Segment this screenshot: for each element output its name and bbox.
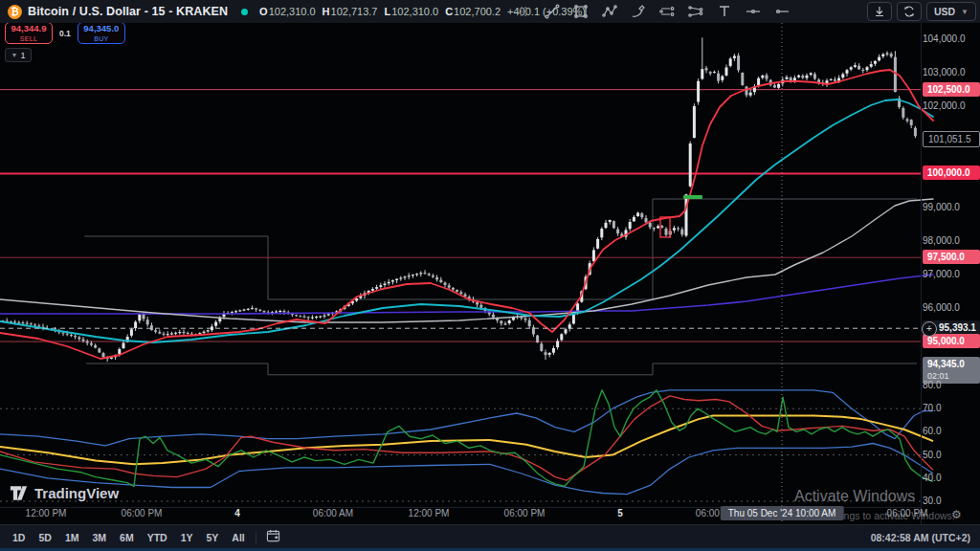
toolbar-divider <box>256 531 256 544</box>
price-axis-separator <box>921 23 922 524</box>
range-button-1m[interactable]: 1M <box>58 532 86 543</box>
close-label: C <box>445 6 453 17</box>
ma-teal <box>0 99 933 342</box>
price-axis-label: 101,051.5 <box>923 131 980 147</box>
range-button-5y[interactable]: 5Y <box>200 532 226 543</box>
forecast-icon[interactable] <box>657 2 678 21</box>
sell-price: 94,344.9 <box>11 24 47 33</box>
range-button-1y[interactable]: 1Y <box>174 532 200 543</box>
open-label: O <box>259 6 268 17</box>
reset-view-button[interactable] <box>897 2 922 21</box>
quantity-value: 1 <box>20 51 25 60</box>
currency-dropdown[interactable]: USD ▼ <box>926 2 976 21</box>
time-axis-label: 06:00 PM <box>504 508 546 518</box>
clock-readout[interactable]: 08:42:58 AM (UTC+2) <box>871 532 970 543</box>
price-axis-label: 102,500.0 <box>923 82 980 97</box>
price-axis-label: 98,000.0 <box>923 233 978 248</box>
range-button-5d[interactable]: 5D <box>32 532 57 543</box>
topbar-right-controls: USD ▼ <box>867 2 976 21</box>
high-value: 102,713.7 <box>331 6 378 17</box>
top-toolbar: ₿ Bitcoin / U.S. Dollar - 15 - KRAKEN O1… <box>0 0 980 23</box>
range-button-ytd[interactable]: YTD <box>141 532 174 543</box>
symbol-title[interactable]: Bitcoin / U.S. Dollar - 15 - KRAKEN <box>28 5 228 18</box>
position-marker[interactable] <box>683 195 702 199</box>
price-axis-label: 100,000.0 <box>923 165 980 180</box>
time-axis-label: 12:00 PM <box>26 508 67 518</box>
quantity-selector[interactable]: ▼ 1 <box>5 48 32 62</box>
price-axis-label: 97,000.0 <box>923 267 978 281</box>
chevron-down-icon: ▼ <box>11 52 18 58</box>
pattern-icon[interactable] <box>599 2 620 21</box>
band-upper <box>0 390 933 446</box>
time-axis-label: 4 <box>234 508 240 518</box>
close-value: 102,700.2 <box>454 6 501 17</box>
range-button-3m[interactable]: 3M <box>85 532 113 543</box>
band-lower <box>0 444 933 495</box>
sell-button[interactable]: 94,344.9 SELL <box>5 22 53 44</box>
trend-line-icon[interactable] <box>542 2 563 21</box>
range-button-6m[interactable]: 6M <box>113 532 141 543</box>
price-axis-label: 102,000.0 <box>923 99 978 113</box>
tradingview-logo[interactable]: TradingView <box>10 485 119 501</box>
time-axis-label: 5 <box>617 508 623 518</box>
bottom-toolbar: 1D5D1M3M6MYTD1Y5YAll 08:42:58 AM (UTC+2) <box>0 524 980 549</box>
text-icon[interactable] <box>714 2 735 21</box>
indicator-axis-label: 60.0 <box>923 424 978 438</box>
drawing-toolbar <box>513 0 792 23</box>
bitcoin-icon: ₿ <box>8 5 22 19</box>
step-line <box>84 199 917 299</box>
trade-widget: 94,344.9 SELL 0.1 94,345.0 BUY ▼ 1 <box>5 22 125 62</box>
osc-green <box>0 390 933 487</box>
spread-value: 0.1 <box>59 29 71 38</box>
market-status-icon <box>241 9 248 15</box>
range-buttons: 1D5D1M3M6MYTD1Y5YAll <box>6 532 252 543</box>
open-value: 102,310.0 <box>269 6 316 17</box>
buy-price: 94,345.0 <box>83 24 119 33</box>
indicator-axis-label: 40.0 <box>923 471 978 485</box>
time-axis-label: 06:00 AM <box>313 508 353 518</box>
price-axis-label: 99,000.0 <box>923 200 978 214</box>
time-axis-label: 12:00 PM <box>409 508 450 518</box>
reset-view-icon <box>903 6 915 17</box>
price-axis-label: 96,000.0 <box>923 300 978 315</box>
buy-label: BUY <box>94 35 108 42</box>
time-axis-label: 06:00 PM <box>122 508 163 518</box>
tradingview-logo-text: TradingView <box>34 485 119 501</box>
price-axis-label: 103,000.0 <box>923 65 978 79</box>
tradingview-mark-icon <box>10 485 28 501</box>
price-axis-label: 97,500.0 <box>923 250 980 264</box>
horizontal-line-icon[interactable] <box>743 2 764 21</box>
range-button-all[interactable]: All <box>225 532 251 543</box>
high-label: H <box>323 6 330 17</box>
horizontal-ray-icon[interactable] <box>771 2 792 21</box>
calendar-icon <box>266 529 280 542</box>
indicator-axis-label: 70.0 <box>923 401 978 415</box>
go-to-date-button[interactable] <box>266 529 280 546</box>
low-value: 102,310.0 <box>391 6 438 17</box>
price-axis-label: 104,000.0 <box>923 32 978 46</box>
ma-purple <box>0 275 933 314</box>
projection-icon[interactable] <box>685 2 706 21</box>
download-button[interactable] <box>867 2 892 21</box>
rectangle-icon[interactable] <box>570 2 591 21</box>
brush-icon[interactable] <box>628 2 649 21</box>
activate-windows-watermark: Activate Windows <box>794 488 915 505</box>
indicator-axis-label: 50.0 <box>923 448 978 462</box>
chevron-down-icon: ▼ <box>961 8 969 16</box>
step-line <box>86 364 917 375</box>
sell-label: SELL <box>20 35 37 42</box>
download-icon <box>874 6 885 17</box>
crosshair-time-badge: Thu 05 Dec '24 10:00 AM <box>721 506 844 520</box>
low-label: L <box>384 6 390 17</box>
indicator-axis-label: 30.0 <box>923 494 978 508</box>
drag-handle-icon[interactable] <box>513 2 534 21</box>
currency-value: USD <box>934 6 955 17</box>
chart-plot[interactable] <box>0 0 980 551</box>
trading-app: ₿ Bitcoin / U.S. Dollar - 15 - KRAKEN O1… <box>0 0 980 551</box>
ma-gray <box>0 199 933 322</box>
buy-button[interactable]: 94,345.0 BUY <box>78 22 125 44</box>
indicator-axis-label: 80.0 <box>923 378 978 392</box>
add-order-button[interactable]: + <box>922 321 937 337</box>
range-button-1d[interactable]: 1D <box>6 532 32 543</box>
